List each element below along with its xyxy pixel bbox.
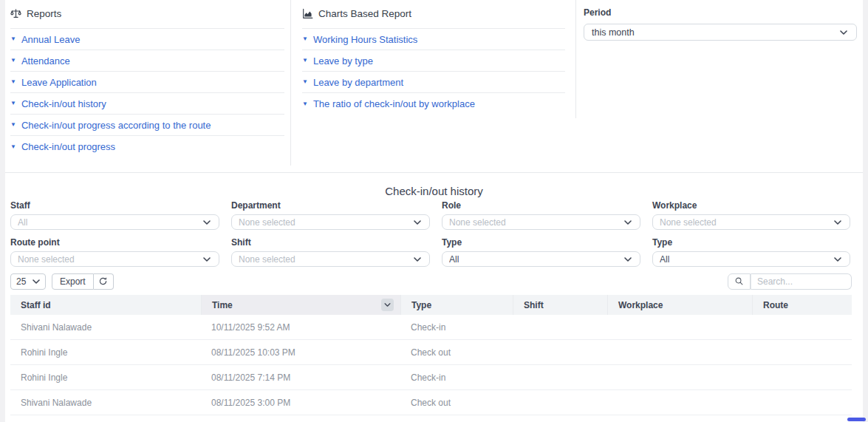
table-cell	[752, 365, 852, 389]
filter-select-department[interactable]: None selected	[231, 214, 430, 230]
search-button[interactable]	[728, 273, 751, 290]
chevron-down-icon	[203, 257, 211, 262]
report-link-check-in-out-progress-according-to-the-route[interactable]: ▼Check-in/out progress according to the …	[10, 115, 284, 136]
chevron-down-icon	[624, 220, 632, 225]
section-divider	[5, 172, 863, 173]
filter-select-value: None selected	[18, 254, 75, 265]
table-cell: Check-in	[400, 315, 513, 339]
chevron-down-icon	[624, 257, 632, 262]
filter-select-value: All	[660, 254, 669, 265]
column-header-time[interactable]: Time	[201, 295, 400, 315]
report-link-annual-leave[interactable]: ▼Annual Leave	[10, 29, 284, 50]
report-link-check-in-out-history[interactable]: ▼Check-in/out history	[10, 93, 284, 115]
period-select-value: this month	[592, 27, 635, 38]
filter-select-value: None selected	[239, 254, 295, 265]
report-link-label: Leave by department	[313, 77, 403, 88]
filter-select-workplace[interactable]: None selected	[652, 214, 850, 230]
period-select[interactable]: this month	[584, 24, 857, 41]
filter-label: Staff	[10, 200, 219, 211]
chevron-down-icon	[414, 257, 421, 262]
column-header-label: Route	[763, 300, 788, 310]
refresh-button[interactable]	[94, 273, 114, 290]
filter-field-type: TypeAll	[442, 237, 640, 274]
table-cell: Check-in	[400, 365, 513, 389]
table-cell: 08/11/2025 10:03 PM	[201, 340, 400, 364]
reports-panel-title: Reports	[27, 8, 61, 19]
table-row: Rohini Ingle08/11/2025 7:14 PMCheck-in	[10, 365, 852, 390]
table-cell	[513, 340, 607, 364]
panel-divider	[575, 0, 576, 118]
table-cell	[513, 390, 607, 415]
report-link-check-in-out-progress[interactable]: ▼Check-in/out progress	[10, 136, 284, 157]
column-header-label: Staff id	[21, 300, 51, 310]
table-cell: Shivani Nalawade	[10, 315, 201, 339]
report-link-label: The ratio of check-in/out by workplace	[313, 98, 475, 109]
report-link-label: Working Hours Statistics	[313, 34, 417, 45]
table-header-row: Staff idTimeTypeShiftWorkplaceRoute	[10, 295, 852, 315]
caret-down-icon: ▼	[302, 79, 308, 85]
column-header-workplace[interactable]: Workplace	[607, 295, 752, 315]
page-size-select[interactable]: 25	[10, 273, 46, 290]
filter-label: Shift	[231, 237, 430, 248]
horizontal-scrollbar-thumb[interactable]	[847, 418, 866, 421]
column-header-route[interactable]: Route	[752, 295, 852, 315]
search-icon	[734, 276, 744, 286]
filter-field-type-2: TypeAll	[652, 237, 850, 274]
charts-panel: Charts Based Report ▼Working Hours Stati…	[302, 6, 565, 115]
column-header-label: Type	[411, 300, 431, 310]
filter-field-role: RoleNone selected	[442, 200, 640, 237]
section-title: Check-in/out history	[5, 185, 863, 197]
filter-select-type[interactable]: All	[442, 251, 640, 267]
chevron-down-icon	[384, 303, 391, 307]
report-link-leave-by-type[interactable]: ▼Leave by type	[302, 50, 565, 72]
refresh-icon	[98, 276, 108, 286]
reports-page: Reports ▼Annual Leave▼Attendance▼Leave A…	[0, 0, 868, 422]
table-cell: Check out	[400, 340, 513, 364]
filter-select-route-point[interactable]: None selected	[10, 251, 219, 267]
area-chart-icon	[302, 8, 313, 19]
report-link-label: Annual Leave	[21, 34, 81, 45]
caret-down-icon: ▼	[10, 58, 16, 64]
column-header-staff-id[interactable]: Staff id	[10, 295, 201, 315]
report-link-label: Leave by type	[313, 55, 373, 67]
reports-panel-header: Reports	[10, 6, 284, 29]
report-link-leave-application[interactable]: ▼Leave Application	[10, 72, 284, 93]
filter-label: Type	[442, 237, 640, 248]
table-row: Rohini Ingle08/11/2025 10:03 PMCheck out	[10, 340, 852, 365]
report-link-the-ratio-of-check-in-out-by-workplace[interactable]: ▼The ratio of check-in/out by workplace	[302, 93, 565, 115]
report-link-attendance[interactable]: ▼Attendance	[10, 50, 284, 72]
report-link-leave-by-department[interactable]: ▼Leave by department	[302, 72, 565, 93]
page-gutter-right	[863, 0, 868, 422]
search-input[interactable]	[751, 273, 852, 290]
table-cell	[752, 315, 852, 339]
export-button[interactable]: Export	[52, 273, 94, 290]
table-cell	[513, 365, 607, 389]
panel-divider	[290, 0, 291, 166]
filter-label: Route point	[10, 237, 219, 248]
chevron-down-icon	[834, 257, 841, 262]
filters-grid: StaffAllDepartmentNone selectedRoleNone …	[10, 200, 850, 274]
filter-select-type-2[interactable]: All	[652, 251, 850, 267]
filter-select-value: All	[449, 254, 459, 265]
search-group	[728, 273, 852, 290]
page-gutter-left	[0, 0, 5, 422]
report-link-label: Check-in/out history	[21, 98, 106, 109]
table-cell	[607, 390, 752, 415]
filter-select-staff[interactable]: All	[10, 214, 219, 230]
table-cell: Rohini Ingle	[10, 340, 201, 364]
report-link-working-hours-statistics[interactable]: ▼Working Hours Statistics	[302, 29, 565, 50]
filter-field-staff: StaffAll	[10, 200, 219, 237]
table-cell	[752, 390, 852, 415]
column-header-type[interactable]: Type	[400, 295, 513, 315]
table-row: Shivani Nalawade10/11/2025 9:52 AMCheck-…	[10, 315, 852, 340]
filter-select-shift[interactable]: None selected	[231, 251, 430, 267]
caret-down-icon: ▼	[10, 79, 16, 85]
caret-down-icon: ▼	[10, 36, 16, 42]
page-size-value: 25	[16, 276, 26, 287]
export-button-group: Export	[52, 273, 114, 290]
report-link-label: Attendance	[21, 55, 70, 67]
filter-select-role[interactable]: None selected	[442, 214, 640, 230]
column-header-shift[interactable]: Shift	[513, 295, 607, 315]
table-cell: Check out	[400, 390, 513, 415]
filter-label: Department	[231, 200, 430, 211]
